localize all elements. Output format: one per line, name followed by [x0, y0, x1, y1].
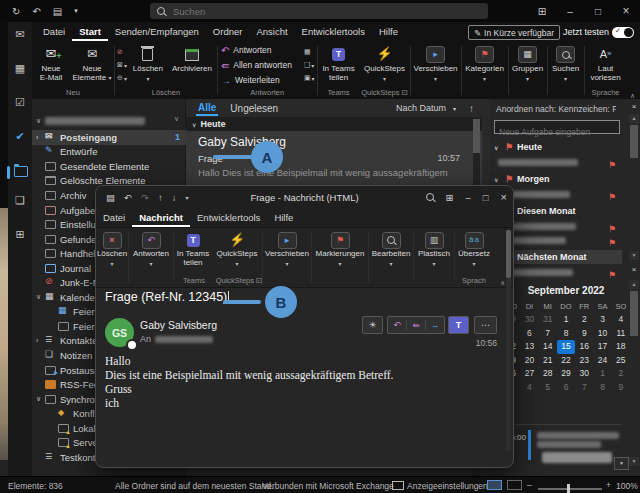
read-aloud-button[interactable]: A Lautvorlesen [585, 42, 627, 88]
folder-scroll-up-icon[interactable]: ∨ [174, 115, 179, 123]
undo-icon[interactable]: ↶ [32, 6, 40, 17]
task-group-chevron-icon[interactable]: ∨ [494, 176, 501, 183]
quick-access-chevron-icon[interactable]: ▾ [185, 194, 188, 201]
calendar-day-cell[interactable]: 25 [612, 354, 630, 368]
reply-all-button[interactable]: ⇚Allen antworten [218, 58, 302, 72]
ribbon-collapse-icon[interactable]: ∧ [500, 279, 505, 287]
task-row[interactable] [498, 156, 622, 169]
quicksteps-button[interactable]: ⚡ QuickSteps▾ [360, 42, 410, 88]
calendar-day-cell[interactable]: 17 [593, 340, 611, 354]
todo-close-icon[interactable]: × [629, 102, 639, 111]
store-icon[interactable]: ⊞ [528, 6, 556, 17]
calendar-day-cell[interactable]: 1 [557, 313, 575, 327]
minimize-button[interactable]: – [466, 192, 471, 203]
list-group-header[interactable]: ∨ Heute [186, 117, 482, 131]
zoom-out-button[interactable]: – [527, 480, 532, 490]
account-row[interactable]: ∨ [36, 117, 145, 125]
quick-access-chevron-icon[interactable]: ▾ [74, 7, 78, 15]
search-input[interactable] [171, 5, 375, 18]
forward-button[interactable]: →Weiterleiten [218, 73, 302, 87]
folder-expand-chevron[interactable]: ∨ [36, 395, 45, 403]
task-row[interactable] [498, 266, 622, 279]
folder-expand-chevron[interactable]: › [36, 134, 45, 141]
reply-all-icon[interactable]: ⇚ [407, 320, 426, 330]
minimize-button[interactable]: – [556, 6, 584, 17]
cleanup-icon[interactable]: ⊠▾ [117, 60, 127, 71]
apps-nav-icon[interactable]: ⊞ [8, 228, 32, 241]
calendar-day-cell[interactable]: 7 [575, 381, 593, 395]
calendar-day-cell[interactable]: 22 [557, 354, 575, 368]
scroll-up-icon[interactable]: ▲ [629, 114, 639, 123]
filter-unread-tab[interactable]: Ungelesen [230, 103, 278, 114]
calendar-day-cell[interactable]: 9 [612, 381, 630, 395]
ribbon-collapse-icon[interactable]: ∧ [630, 92, 635, 100]
calendar-day-cell[interactable]: 6 [557, 381, 575, 395]
calendar-close-icon[interactable]: × [629, 265, 639, 274]
calendar-day-cell[interactable]: 23 [575, 354, 593, 368]
todo-nav-icon[interactable]: ✔ [8, 130, 32, 143]
task-row[interactable] [498, 220, 622, 233]
new-task-input[interactable] [495, 126, 619, 138]
calendar-day-cell[interactable]: 21 [539, 354, 557, 368]
task-flag-icon[interactable] [608, 232, 616, 250]
reply-icon[interactable]: ↶ [388, 320, 407, 330]
maximize-button[interactable]: □ [483, 192, 489, 203]
calendar-day-cell[interactable]: 24 [593, 354, 611, 368]
zoom-in-button[interactable]: + [606, 480, 611, 490]
delete-button[interactable]: Löschen▾ [129, 42, 167, 88]
calendar-day-cell[interactable]: 2 [575, 313, 593, 327]
calendar-day-cell[interactable]: 10 [593, 327, 611, 341]
dialog-launcher-icon[interactable]: ⊡ [402, 88, 408, 97]
share-to-teams-header-button[interactable]: T [448, 316, 469, 334]
folder-row[interactable]: Entwürfe [32, 145, 186, 160]
task-row[interactable] [498, 234, 622, 247]
groups-button[interactable]: ▦ Gruppen▾ [509, 42, 547, 88]
ribbon-tab[interactable]: Senden/Empfangen [108, 23, 206, 41]
todo-expand-icon[interactable]: ▼ [614, 457, 629, 470]
close-button[interactable]: × [612, 4, 640, 18]
calendar-day-cell[interactable]: 29 [557, 367, 575, 381]
scrollbar-thumb[interactable] [630, 291, 638, 336]
calendar-day-cell[interactable]: 20 [520, 354, 538, 368]
normal-view-button[interactable] [487, 480, 502, 490]
message-window-tab[interactable]: Hilfe [267, 209, 300, 227]
calendar-day-cell[interactable]: 27 [520, 367, 538, 381]
ignore-icon[interactable]: ⊘ [117, 47, 127, 58]
folder-expand-chevron[interactable]: ∨ [36, 293, 45, 301]
more-respond-icon[interactable]: ▣▾ [304, 73, 315, 84]
coming-soon-button[interactable]: ✎ In Kürze verfügbar [468, 25, 560, 40]
new-mail-button[interactable]: ✉ NeueE-Mail [32, 42, 70, 88]
reply-button[interactable]: ↶Antworten [218, 43, 302, 57]
more-actions-button[interactable]: ⋯ [474, 316, 497, 334]
scroll-down-icon[interactable]: ▼ [629, 251, 639, 260]
save-icon[interactable]: ▤ [53, 6, 62, 17]
calendar-day-cell[interactable]: 30 [520, 313, 538, 327]
folders-nav-icon[interactable] [14, 166, 28, 177]
mail-nav-icon[interactable]: ✉ [8, 28, 32, 41]
calendar-day-cell[interactable]: 4 [520, 381, 538, 395]
calendar-day-cell[interactable]: 4 [612, 313, 630, 327]
message-window-tab[interactable]: Datei [96, 209, 132, 227]
calendar-day-cell[interactable]: 3 [593, 313, 611, 327]
task-flag-icon[interactable] [608, 186, 616, 204]
tasks-nav-icon[interactable]: ☑ [8, 96, 32, 109]
archive-button[interactable]: Archivieren [167, 42, 217, 88]
ribbon-tab[interactable]: Datei [36, 23, 72, 41]
calendar-day-cell[interactable]: 5 [539, 381, 557, 395]
try-now-toggle[interactable] [612, 27, 634, 38]
zoom-level[interactable]: 100% [616, 481, 638, 491]
message-scrollbar[interactable] [506, 230, 511, 451]
block-sender-icon[interactable]: ⊖▾ [117, 73, 127, 84]
scrollbar-thumb[interactable] [630, 125, 638, 158]
calendar-day-cell[interactable]: 28 [539, 367, 557, 381]
close-button[interactable]: × [501, 191, 507, 203]
new-task-inputbox[interactable] [494, 120, 620, 134]
undo-icon[interactable]: ↶ [124, 192, 132, 203]
sort-direction-icon[interactable]: ↑ [469, 103, 474, 114]
meeting-icon[interactable]: ▦ [304, 47, 315, 58]
new-items-button[interactable]: ✉ NeueElemente ▾ [70, 42, 114, 88]
reading-view-button[interactable] [507, 480, 522, 490]
maximize-button[interactable]: □ [584, 6, 612, 17]
search-ribbon-button[interactable]: Suchen▾ [548, 42, 584, 88]
zoom-slider-thumb[interactable] [567, 484, 570, 493]
